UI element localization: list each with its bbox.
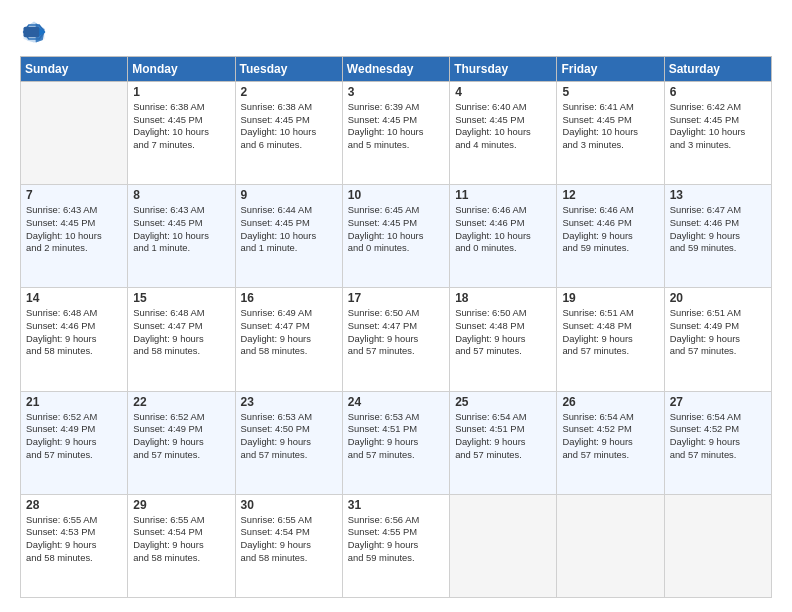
cell-line: Daylight: 9 hours	[241, 539, 337, 552]
day-number: 30	[241, 498, 337, 512]
page: SundayMondayTuesdayWednesdayThursdayFrid…	[0, 0, 792, 612]
calendar-cell: 2Sunrise: 6:38 AMSunset: 4:45 PMDaylight…	[235, 82, 342, 185]
cell-line: Daylight: 9 hours	[670, 230, 766, 243]
calendar-cell: 22Sunrise: 6:52 AMSunset: 4:49 PMDayligh…	[128, 391, 235, 494]
weekday-header-thursday: Thursday	[450, 57, 557, 82]
cell-line: Daylight: 9 hours	[455, 333, 551, 346]
day-number: 7	[26, 188, 122, 202]
calendar-cell: 27Sunrise: 6:54 AMSunset: 4:52 PMDayligh…	[664, 391, 771, 494]
cell-line: Daylight: 9 hours	[133, 436, 229, 449]
cell-line: Sunrise: 6:44 AM	[241, 204, 337, 217]
day-number: 27	[670, 395, 766, 409]
calendar-cell: 5Sunrise: 6:41 AMSunset: 4:45 PMDaylight…	[557, 82, 664, 185]
calendar-cell: 31Sunrise: 6:56 AMSunset: 4:55 PMDayligh…	[342, 494, 449, 597]
cell-line: Daylight: 10 hours	[670, 126, 766, 139]
day-number: 23	[241, 395, 337, 409]
calendar-cell: 28Sunrise: 6:55 AMSunset: 4:53 PMDayligh…	[21, 494, 128, 597]
day-number: 25	[455, 395, 551, 409]
cell-line: Sunrise: 6:46 AM	[562, 204, 658, 217]
cell-line: Sunrise: 6:56 AM	[348, 514, 444, 527]
calendar-cell	[664, 494, 771, 597]
calendar-week-row: 28Sunrise: 6:55 AMSunset: 4:53 PMDayligh…	[21, 494, 772, 597]
cell-line: and 59 minutes.	[670, 242, 766, 255]
calendar-cell: 10Sunrise: 6:45 AMSunset: 4:45 PMDayligh…	[342, 185, 449, 288]
calendar-week-row: 21Sunrise: 6:52 AMSunset: 4:49 PMDayligh…	[21, 391, 772, 494]
cell-line: Sunrise: 6:46 AM	[455, 204, 551, 217]
calendar-week-row: 7Sunrise: 6:43 AMSunset: 4:45 PMDaylight…	[21, 185, 772, 288]
calendar-cell: 8Sunrise: 6:43 AMSunset: 4:45 PMDaylight…	[128, 185, 235, 288]
day-number: 6	[670, 85, 766, 99]
cell-line: and 58 minutes.	[26, 552, 122, 565]
cell-line: Sunrise: 6:43 AM	[26, 204, 122, 217]
cell-line: Daylight: 9 hours	[26, 539, 122, 552]
cell-line: Sunset: 4:47 PM	[133, 320, 229, 333]
day-number: 26	[562, 395, 658, 409]
cell-line: Sunset: 4:55 PM	[348, 526, 444, 539]
cell-line: Daylight: 9 hours	[241, 333, 337, 346]
calendar-cell: 3Sunrise: 6:39 AMSunset: 4:45 PMDaylight…	[342, 82, 449, 185]
cell-line: Daylight: 9 hours	[348, 436, 444, 449]
calendar-cell: 26Sunrise: 6:54 AMSunset: 4:52 PMDayligh…	[557, 391, 664, 494]
cell-line: and 5 minutes.	[348, 139, 444, 152]
cell-line: and 0 minutes.	[348, 242, 444, 255]
cell-line: Daylight: 10 hours	[133, 126, 229, 139]
calendar-cell: 20Sunrise: 6:51 AMSunset: 4:49 PMDayligh…	[664, 288, 771, 391]
day-number: 29	[133, 498, 229, 512]
day-number: 24	[348, 395, 444, 409]
cell-line: Sunrise: 6:45 AM	[348, 204, 444, 217]
cell-line: and 2 minutes.	[26, 242, 122, 255]
day-number: 14	[26, 291, 122, 305]
cell-line: Sunrise: 6:55 AM	[241, 514, 337, 527]
day-number: 4	[455, 85, 551, 99]
weekday-header-friday: Friday	[557, 57, 664, 82]
weekday-header-wednesday: Wednesday	[342, 57, 449, 82]
cell-line: Sunset: 4:49 PM	[133, 423, 229, 436]
calendar-cell: 23Sunrise: 6:53 AMSunset: 4:50 PMDayligh…	[235, 391, 342, 494]
calendar-cell: 21Sunrise: 6:52 AMSunset: 4:49 PMDayligh…	[21, 391, 128, 494]
cell-line: Sunset: 4:45 PM	[670, 114, 766, 127]
calendar-cell: 14Sunrise: 6:48 AMSunset: 4:46 PMDayligh…	[21, 288, 128, 391]
logo-icon	[20, 18, 48, 46]
cell-line: and 57 minutes.	[455, 345, 551, 358]
header	[20, 18, 772, 46]
day-number: 22	[133, 395, 229, 409]
cell-line: Daylight: 10 hours	[26, 230, 122, 243]
cell-line: Daylight: 9 hours	[562, 436, 658, 449]
cell-line: and 1 minute.	[133, 242, 229, 255]
svg-rect-5	[24, 27, 40, 38]
cell-line: Sunset: 4:47 PM	[241, 320, 337, 333]
cell-line: Sunset: 4:49 PM	[670, 320, 766, 333]
cell-line: Sunrise: 6:53 AM	[241, 411, 337, 424]
day-number: 20	[670, 291, 766, 305]
cell-line: Daylight: 10 hours	[455, 126, 551, 139]
cell-line: Sunset: 4:45 PM	[26, 217, 122, 230]
cell-line: Sunrise: 6:53 AM	[348, 411, 444, 424]
cell-line: Sunset: 4:45 PM	[455, 114, 551, 127]
cell-line: and 57 minutes.	[455, 449, 551, 462]
cell-line: Sunrise: 6:40 AM	[455, 101, 551, 114]
cell-line: and 58 minutes.	[133, 552, 229, 565]
cell-line: Sunrise: 6:48 AM	[26, 307, 122, 320]
cell-line: Sunrise: 6:49 AM	[241, 307, 337, 320]
cell-line: Daylight: 10 hours	[241, 126, 337, 139]
cell-line: and 57 minutes.	[670, 449, 766, 462]
cell-line: Sunset: 4:45 PM	[348, 217, 444, 230]
cell-line: and 59 minutes.	[562, 242, 658, 255]
calendar-cell	[450, 494, 557, 597]
cell-line: Sunset: 4:45 PM	[241, 217, 337, 230]
day-number: 18	[455, 291, 551, 305]
day-number: 28	[26, 498, 122, 512]
cell-line: Sunrise: 6:52 AM	[26, 411, 122, 424]
cell-line: Sunset: 4:46 PM	[670, 217, 766, 230]
weekday-header-monday: Monday	[128, 57, 235, 82]
calendar-cell: 17Sunrise: 6:50 AMSunset: 4:47 PMDayligh…	[342, 288, 449, 391]
cell-line: Daylight: 9 hours	[455, 436, 551, 449]
calendar-cell: 4Sunrise: 6:40 AMSunset: 4:45 PMDaylight…	[450, 82, 557, 185]
day-number: 10	[348, 188, 444, 202]
cell-line: and 4 minutes.	[455, 139, 551, 152]
weekday-header-saturday: Saturday	[664, 57, 771, 82]
cell-line: Sunset: 4:53 PM	[26, 526, 122, 539]
cell-line: Sunset: 4:46 PM	[26, 320, 122, 333]
weekday-header-row: SundayMondayTuesdayWednesdayThursdayFrid…	[21, 57, 772, 82]
day-number: 9	[241, 188, 337, 202]
